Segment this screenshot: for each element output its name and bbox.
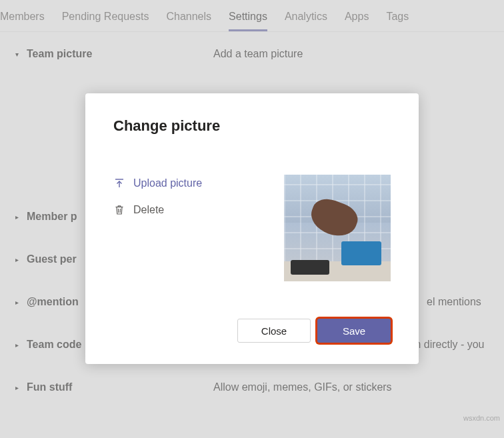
picture-preview xyxy=(284,175,391,281)
watermark: wsxdn.com xyxy=(463,414,500,422)
modal-actions: Upload picture Delete xyxy=(113,175,202,216)
delete-picture-link[interactable]: Delete xyxy=(113,204,202,216)
upload-icon xyxy=(113,177,125,189)
modal-body: Upload picture Delete xyxy=(113,175,391,281)
delete-label: Delete xyxy=(133,204,164,216)
modal-title: Change picture xyxy=(113,117,391,135)
save-button[interactable]: Save xyxy=(317,319,391,343)
close-button[interactable]: Close xyxy=(237,319,311,343)
upload-label: Upload picture xyxy=(133,177,202,189)
upload-picture-link[interactable]: Upload picture xyxy=(113,177,202,189)
trash-icon xyxy=(113,204,125,216)
change-picture-modal: Change picture Upload picture xyxy=(85,93,419,364)
modal-footer: Close Save xyxy=(113,319,391,343)
modal-overlay: Change picture Upload picture xyxy=(0,0,504,438)
